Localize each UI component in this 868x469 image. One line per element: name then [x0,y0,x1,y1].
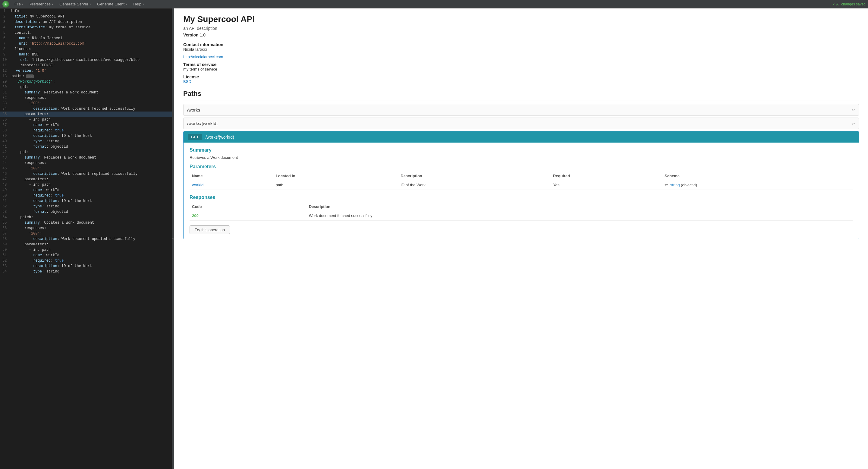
line-content: contact: [9,30,32,36]
line-number: 43 [0,155,10,160]
contact-name: Nicola Iarocci [183,47,859,52]
api-title: My Supercool API [183,14,859,24]
license-section: License BSD [183,74,859,84]
editor-line: 34 description: Work document fetched su… [0,106,172,112]
collapse-badge[interactable]: ... [26,74,34,79]
editor-line: 46 description: Work document replaced s… [0,171,172,177]
editor-line: 36 - in: path [0,117,172,122]
code-editor[interactable]: 1info:2 title: My Supercool API3 descrip… [0,8,172,469]
editor-line: 50 required: true [0,193,172,198]
line-content: parameters: [10,112,48,117]
license-value-link[interactable]: BSD [183,79,191,84]
line-content: title: My Supercool API [9,14,64,19]
contact-url-section: http://nicolaiarocci.com [183,55,859,59]
menu-preferences[interactable]: Preferences ▾ [27,0,56,8]
path-works-workid[interactable]: /works/{workId} ↩ [183,118,859,129]
line-number: 50 [0,193,10,198]
chevron-down-icon: ▾ [143,3,144,6]
resp-col-description: Description [307,202,852,211]
line-number: 5 [0,30,9,36]
editor-line: 6 name: Nicola Iarocci [0,36,172,41]
line-content: get: [10,84,29,90]
tos-section: Terms of service my terms of service [183,62,859,71]
editor-line: 51 description: ID of the Work [0,198,172,204]
line-number: 10 [0,57,10,63]
line-number: 41 [0,144,10,150]
menu-generate-client[interactable]: Generate Client ▾ [94,0,130,8]
line-content: name: Nicola Iarocci [9,36,62,41]
line-content: description: an API description [9,19,82,25]
editor-line: 42 put: [0,150,172,155]
paths-title: Paths [183,90,859,100]
chevron-down-icon: ▾ [22,3,24,6]
line-number: 9 [0,52,9,57]
path-works[interactable]: /works ↩ [183,104,859,116]
line-number: 61 [0,253,10,258]
contact-url-link[interactable]: http://nicolaiarocci.com [183,55,223,59]
response-code-200: 200 [192,213,198,218]
path-arrow-icon-2[interactable]: ↩ [851,121,855,126]
line-number: 45 [0,166,10,171]
line-number: 48 [0,182,10,187]
line-content: format: objectid [10,209,68,215]
line-content: info: [9,8,21,14]
line-content: name: workId [10,122,59,128]
line-content: put: [10,150,29,155]
editor-line: 49 name: workId [0,187,172,193]
resp-col-code: Code [190,202,307,211]
path-works-label: /works [187,107,200,113]
editor-line: 32 responses: [0,95,172,101]
path-works-workid-label: /works/{workId} [187,121,218,126]
line-number: 64 [0,269,10,274]
editor-line: 12 version: '1.0' [0,68,172,73]
line-content: summary: Updates a Work document [10,220,94,225]
try-operation-button[interactable]: Try this operation [190,225,230,234]
line-content: '200': [10,166,42,171]
line-number: 2 [0,14,9,19]
line-number: 34 [0,106,10,112]
editor-line: 3 description: an API description [0,19,172,25]
line-number: 46 [0,171,10,177]
line-number: 47 [0,177,10,182]
line-content: format: objectid [10,144,68,150]
line-content: url: 'https://github.com/nicolaiarocci/e… [10,57,140,63]
menu-help[interactable]: Help ▾ [130,0,147,8]
line-content: '/works/{workId}': [10,79,55,84]
editor-line: 52 type: string [0,204,172,209]
line-number: 55 [0,220,10,225]
param-col-name: Name [190,172,273,180]
editor-line: 7 url: 'http://nicolaiarocci.com' [0,41,172,46]
param-name-workid[interactable]: workId [192,183,204,187]
param-col-description: Description [398,172,551,180]
line-content: summary: Replaces a Work document [10,155,96,160]
line-content: '200': [10,231,42,236]
api-description: an API description [183,26,859,31]
editor-line: 10 url: 'https://github.com/nicolaiarocc… [0,57,172,63]
response-description-200: Work document fetched successfully [307,211,852,221]
line-content: summary: Retrieves a Work document [10,90,98,95]
menu-file[interactable]: File ▾ [11,0,27,8]
param-schema: ⇌ string (objectid) [662,180,852,190]
line-content: parameters: [10,242,48,247]
editor-line: 1info: [0,8,172,14]
line-content: description: Work document replaced succ… [10,171,137,177]
menu-generate-server[interactable]: Generate Server ▾ [56,0,94,8]
editor-line: 40 type: string [0,139,172,144]
param-locatedin: path [273,180,398,190]
panel-splitter[interactable] [172,8,174,469]
tos-value: my terms of service [183,67,859,71]
path-arrow-icon[interactable]: ↩ [851,107,855,113]
line-number: 11 [0,63,10,68]
editor-line: 37 name: workId [0,122,172,128]
editor-line: 55 summary: Updates a Work document [0,220,172,225]
chevron-down-icon: ▾ [126,3,127,6]
line-number: 35 [0,112,10,117]
endpoint-header[interactable]: GET /works/{workId} [184,131,859,143]
endpoint-body: Summary Retrieves a Work document Parame… [184,143,859,239]
line-content: description: ID of the Work [10,133,92,139]
editor-line: 38 required: true [0,128,172,133]
line-number: 3 [0,19,9,25]
line-content: description: Work document updated succe… [10,236,135,242]
line-number: 36 [0,117,10,122]
line-content: - in: path [10,182,51,187]
